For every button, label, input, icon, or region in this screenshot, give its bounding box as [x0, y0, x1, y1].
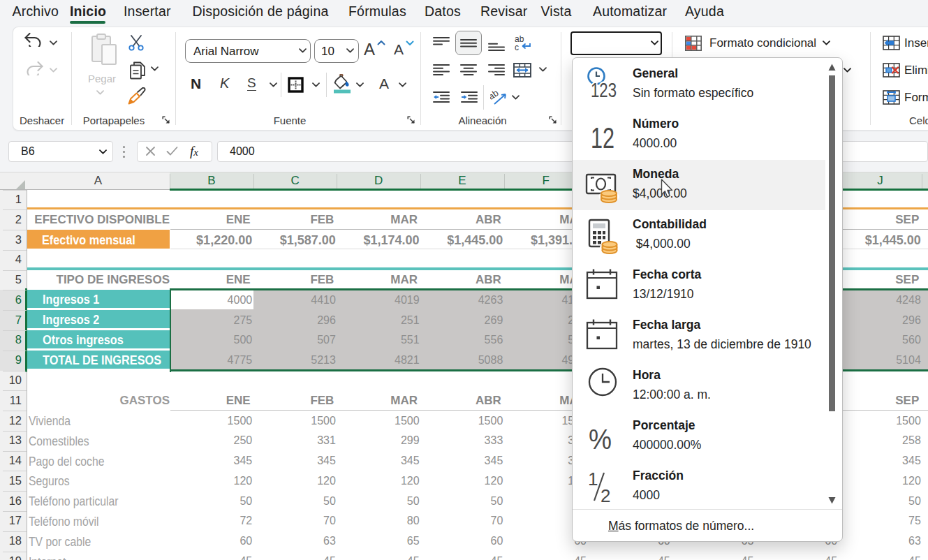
svg-text:123: 123 [591, 78, 617, 101]
svg-text:2: 2 [601, 485, 610, 506]
svg-text:1: 1 [588, 469, 598, 489]
svg-text:%: % [589, 424, 612, 455]
svg-text:12: 12 [591, 121, 614, 154]
svg-text:c: c [515, 43, 519, 52]
